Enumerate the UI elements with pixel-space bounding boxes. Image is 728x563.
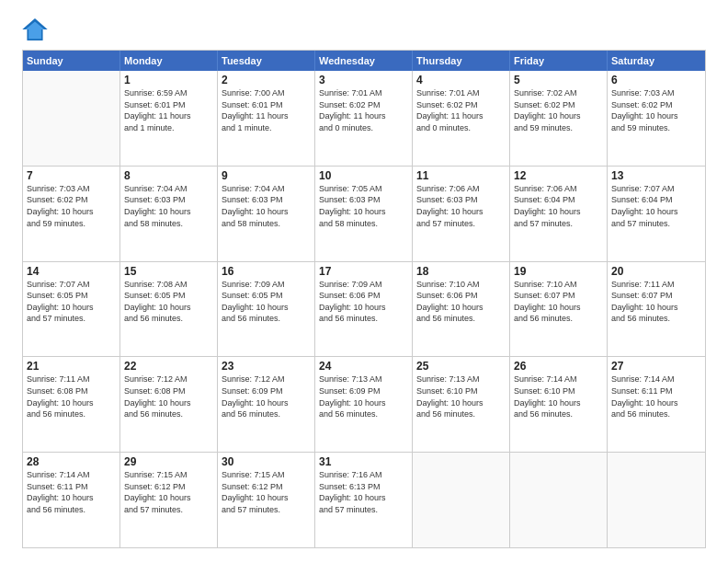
cell-day-number: 20 xyxy=(611,265,701,278)
cell-r0-c5: 5Sunrise: 7:02 AM Sunset: 6:02 PM Daylig… xyxy=(510,71,608,166)
calendar-body: 1Sunrise: 6:59 AM Sunset: 6:01 PM Daylig… xyxy=(23,71,705,547)
cell-info-text: Sunrise: 7:06 AM Sunset: 6:03 PM Dayligh… xyxy=(416,183,506,229)
logo xyxy=(22,18,51,40)
cell-day-number: 9 xyxy=(222,169,311,182)
cell-info-text: Sunrise: 7:16 AM Sunset: 6:13 PM Dayligh… xyxy=(319,469,408,515)
cell-info-text: Sunrise: 7:13 AM Sunset: 6:10 PM Dayligh… xyxy=(416,373,506,419)
cell-day-number: 6 xyxy=(611,74,701,86)
cell-r0-c6: 6Sunrise: 7:03 AM Sunset: 6:02 PM Daylig… xyxy=(608,71,705,166)
cell-r2-c6: 20Sunrise: 7:11 AM Sunset: 6:07 PM Dayli… xyxy=(608,262,705,357)
cell-r2-c1: 15Sunrise: 7:08 AM Sunset: 6:05 PM Dayli… xyxy=(120,262,218,357)
cell-r3-c5: 26Sunrise: 7:14 AM Sunset: 6:10 PM Dayli… xyxy=(510,357,608,452)
cell-info-text: Sunrise: 7:03 AM Sunset: 6:02 PM Dayligh… xyxy=(27,183,116,229)
cell-r4-c5 xyxy=(510,453,608,547)
cell-info-text: Sunrise: 7:12 AM Sunset: 6:08 PM Dayligh… xyxy=(124,373,213,419)
cell-info-text: Sunrise: 7:09 AM Sunset: 6:06 PM Dayligh… xyxy=(319,279,408,325)
cell-r1-c3: 10Sunrise: 7:05 AM Sunset: 6:03 PM Dayli… xyxy=(315,167,413,261)
col-monday: Monday xyxy=(120,51,218,71)
cell-info-text: Sunrise: 7:04 AM Sunset: 6:03 PM Dayligh… xyxy=(222,183,311,229)
cell-info-text: Sunrise: 7:15 AM Sunset: 6:12 PM Dayligh… xyxy=(222,469,311,515)
cell-info-text: Sunrise: 6:59 AM Sunset: 6:01 PM Dayligh… xyxy=(124,87,213,133)
cell-r1-c2: 9Sunrise: 7:04 AM Sunset: 6:03 PM Daylig… xyxy=(218,167,315,261)
calendar-row-3: 14Sunrise: 7:07 AM Sunset: 6:05 PM Dayli… xyxy=(23,262,705,358)
cell-info-text: Sunrise: 7:03 AM Sunset: 6:02 PM Dayligh… xyxy=(611,87,701,133)
cell-info-text: Sunrise: 7:11 AM Sunset: 6:07 PM Dayligh… xyxy=(611,279,701,325)
cell-day-number: 15 xyxy=(124,265,213,278)
cell-info-text: Sunrise: 7:01 AM Sunset: 6:02 PM Dayligh… xyxy=(416,87,506,133)
cell-r4-c3: 31Sunrise: 7:16 AM Sunset: 6:13 PM Dayli… xyxy=(315,453,413,547)
cell-day-number: 25 xyxy=(416,360,506,373)
cell-info-text: Sunrise: 7:09 AM Sunset: 6:05 PM Dayligh… xyxy=(222,279,311,325)
cell-info-text: Sunrise: 7:13 AM Sunset: 6:09 PM Dayligh… xyxy=(319,373,408,419)
cell-info-text: Sunrise: 7:11 AM Sunset: 6:08 PM Dayligh… xyxy=(27,373,116,419)
cell-day-number: 21 xyxy=(27,360,116,373)
cell-info-text: Sunrise: 7:14 AM Sunset: 6:11 PM Dayligh… xyxy=(27,469,116,515)
cell-r2-c0: 14Sunrise: 7:07 AM Sunset: 6:05 PM Dayli… xyxy=(23,262,120,357)
calendar-row-2: 7Sunrise: 7:03 AM Sunset: 6:02 PM Daylig… xyxy=(23,167,705,262)
cell-day-number: 5 xyxy=(514,74,603,86)
cell-day-number: 4 xyxy=(416,74,506,86)
cell-day-number: 29 xyxy=(124,455,213,468)
cell-r4-c1: 29Sunrise: 7:15 AM Sunset: 6:12 PM Dayli… xyxy=(120,453,218,547)
cell-info-text: Sunrise: 7:07 AM Sunset: 6:04 PM Dayligh… xyxy=(611,183,701,229)
cell-info-text: Sunrise: 7:12 AM Sunset: 6:09 PM Dayligh… xyxy=(222,373,311,419)
cell-day-number: 2 xyxy=(222,74,311,86)
cell-day-number: 14 xyxy=(27,265,116,278)
page: Sunday Monday Tuesday Wednesday Thursday… xyxy=(0,0,728,563)
calendar-row-5: 28Sunrise: 7:14 AM Sunset: 6:11 PM Dayli… xyxy=(23,453,705,547)
cell-r3-c2: 23Sunrise: 7:12 AM Sunset: 6:09 PM Dayli… xyxy=(218,357,315,452)
cell-day-number: 27 xyxy=(611,360,701,373)
cell-r2-c5: 19Sunrise: 7:10 AM Sunset: 6:07 PM Dayli… xyxy=(510,262,608,357)
cell-r2-c4: 18Sunrise: 7:10 AM Sunset: 6:06 PM Dayli… xyxy=(413,262,510,357)
cell-day-number: 18 xyxy=(416,265,506,278)
cell-day-number: 7 xyxy=(27,169,116,182)
col-thursday: Thursday xyxy=(413,51,510,71)
cell-r3-c4: 25Sunrise: 7:13 AM Sunset: 6:10 PM Dayli… xyxy=(413,357,510,452)
cell-day-number: 22 xyxy=(124,360,213,373)
calendar-row-1: 1Sunrise: 6:59 AM Sunset: 6:01 PM Daylig… xyxy=(23,71,705,167)
calendar: Sunday Monday Tuesday Wednesday Thursday… xyxy=(22,50,706,548)
cell-r0-c2: 2Sunrise: 7:00 AM Sunset: 6:01 PM Daylig… xyxy=(218,71,315,166)
cell-info-text: Sunrise: 7:04 AM Sunset: 6:03 PM Dayligh… xyxy=(124,183,213,229)
cell-r0-c1: 1Sunrise: 6:59 AM Sunset: 6:01 PM Daylig… xyxy=(120,71,218,166)
cell-info-text: Sunrise: 7:15 AM Sunset: 6:12 PM Dayligh… xyxy=(124,469,213,515)
cell-day-number: 17 xyxy=(319,265,408,278)
cell-r4-c6 xyxy=(608,453,705,547)
cell-r1-c5: 12Sunrise: 7:06 AM Sunset: 6:04 PM Dayli… xyxy=(510,167,608,261)
cell-info-text: Sunrise: 7:10 AM Sunset: 6:06 PM Dayligh… xyxy=(416,279,506,325)
calendar-header: Sunday Monday Tuesday Wednesday Thursday… xyxy=(23,51,705,71)
cell-day-number: 24 xyxy=(319,360,408,373)
cell-r2-c3: 17Sunrise: 7:09 AM Sunset: 6:06 PM Dayli… xyxy=(315,262,413,357)
calendar-row-4: 21Sunrise: 7:11 AM Sunset: 6:08 PM Dayli… xyxy=(23,357,705,453)
cell-r1-c1: 8Sunrise: 7:04 AM Sunset: 6:03 PM Daylig… xyxy=(120,167,218,261)
cell-r1-c4: 11Sunrise: 7:06 AM Sunset: 6:03 PM Dayli… xyxy=(413,167,510,261)
cell-day-number: 11 xyxy=(416,169,506,182)
cell-r3-c0: 21Sunrise: 7:11 AM Sunset: 6:08 PM Dayli… xyxy=(23,357,120,452)
cell-r2-c2: 16Sunrise: 7:09 AM Sunset: 6:05 PM Dayli… xyxy=(218,262,315,357)
cell-r1-c0: 7Sunrise: 7:03 AM Sunset: 6:02 PM Daylig… xyxy=(23,167,120,261)
cell-day-number: 28 xyxy=(27,455,116,468)
cell-r0-c0 xyxy=(23,71,120,166)
cell-info-text: Sunrise: 7:05 AM Sunset: 6:03 PM Dayligh… xyxy=(319,183,408,229)
cell-r0-c4: 4Sunrise: 7:01 AM Sunset: 6:02 PM Daylig… xyxy=(413,71,510,166)
col-friday: Friday xyxy=(510,51,608,71)
cell-r4-c0: 28Sunrise: 7:14 AM Sunset: 6:11 PM Dayli… xyxy=(23,453,120,547)
cell-day-number: 30 xyxy=(222,455,311,468)
cell-info-text: Sunrise: 7:14 AM Sunset: 6:11 PM Dayligh… xyxy=(611,373,701,419)
cell-r3-c6: 27Sunrise: 7:14 AM Sunset: 6:11 PM Dayli… xyxy=(608,357,705,452)
cell-day-number: 12 xyxy=(514,169,603,182)
cell-day-number: 3 xyxy=(319,74,408,86)
cell-r1-c6: 13Sunrise: 7:07 AM Sunset: 6:04 PM Dayli… xyxy=(608,167,705,261)
cell-info-text: Sunrise: 7:08 AM Sunset: 6:05 PM Dayligh… xyxy=(124,279,213,325)
cell-day-number: 16 xyxy=(222,265,311,278)
cell-r0-c3: 3Sunrise: 7:01 AM Sunset: 6:02 PM Daylig… xyxy=(315,71,413,166)
col-sunday: Sunday xyxy=(23,51,120,71)
cell-info-text: Sunrise: 7:07 AM Sunset: 6:05 PM Dayligh… xyxy=(27,279,116,325)
logo-icon xyxy=(22,18,48,40)
cell-day-number: 13 xyxy=(611,169,701,182)
cell-day-number: 1 xyxy=(124,74,213,86)
cell-info-text: Sunrise: 7:02 AM Sunset: 6:02 PM Dayligh… xyxy=(514,87,603,133)
cell-r4-c2: 30Sunrise: 7:15 AM Sunset: 6:12 PM Dayli… xyxy=(218,453,315,547)
cell-info-text: Sunrise: 7:01 AM Sunset: 6:02 PM Dayligh… xyxy=(319,87,408,133)
cell-r3-c1: 22Sunrise: 7:12 AM Sunset: 6:08 PM Dayli… xyxy=(120,357,218,452)
